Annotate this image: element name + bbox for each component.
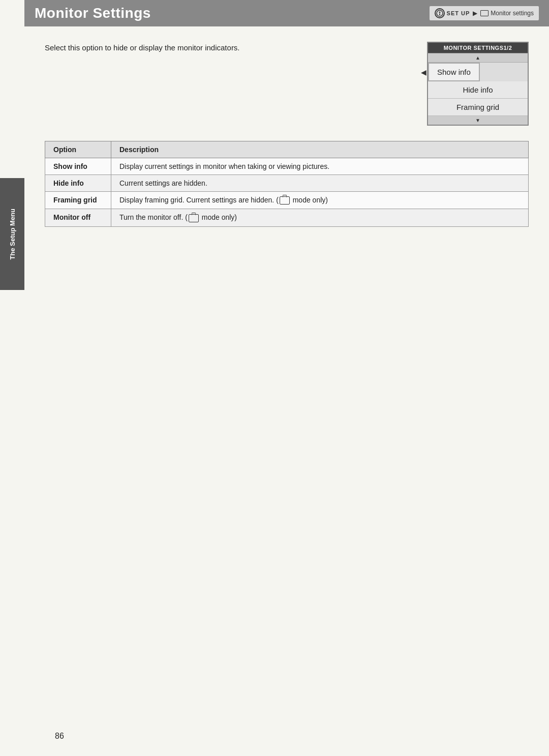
monitor-panel-arrow-down: ▼ — [428, 116, 528, 125]
options-table: Option Description Show info Display cur… — [45, 141, 529, 227]
intro-text: Select this option to hide or display th… — [45, 42, 309, 54]
breadcrumb-setup: SET UP — [435, 8, 470, 18]
content-body: Select this option to hide or display th… — [24, 42, 549, 126]
table-row: Monitor off Turn the monitor off. ( mode… — [45, 209, 529, 226]
desc-monitor-off: Turn the monitor off. ( mode only) — [111, 209, 529, 226]
monitor-panel-wrapper: MONITOR SETTINGS1/2 ▲ ◀ Show info Hide i… — [427, 42, 529, 126]
monitor-panel-item-hide[interactable]: Hide info — [428, 81, 528, 99]
setup-label: SET UP — [447, 10, 470, 16]
page-title: Monitor Settings — [35, 5, 151, 21]
option-hide-info: Hide info — [45, 175, 111, 192]
table-row: Hide info Current settings are hidden. — [45, 175, 529, 192]
option-monitor-off: Monitor off — [45, 209, 111, 226]
breadcrumb: SET UP ▶ Monitor settings — [430, 6, 539, 20]
sidebar-tab: The Setup Menu — [0, 178, 24, 290]
monitor-panel-item-show[interactable]: Show info — [428, 63, 480, 81]
camera-icon-framing — [280, 196, 290, 205]
breadcrumb-monitor: Monitor settings — [480, 10, 534, 17]
table-header-row: Option Description — [45, 141, 529, 158]
table-row: Framing grid Display framing grid. Curre… — [45, 192, 529, 209]
panel-left-arrow: ◀ — [421, 68, 426, 76]
monitor-panel-header: MONITOR SETTINGS1/2 — [428, 43, 528, 53]
breadcrumb-monitor-label: Monitor settings — [491, 10, 534, 17]
monitor-panel-arrow-up: ▲ — [428, 53, 528, 63]
desc-hide-info: Current settings are hidden. — [111, 175, 529, 192]
monitor-panel: MONITOR SETTINGS1/2 ▲ ◀ Show info Hide i… — [427, 42, 529, 126]
header-bar: Monitor Settings SET UP ▶ Monitor settin… — [24, 0, 549, 26]
option-framing-grid: Framing grid — [45, 192, 111, 209]
setup-icon — [435, 8, 445, 18]
desc-show-info: Display current settings in monitor when… — [111, 158, 529, 175]
page-number: 86 — [55, 732, 64, 741]
col-description-header: Description — [111, 141, 529, 158]
col-option-header: Option — [45, 141, 111, 158]
monitor-small-icon — [480, 10, 489, 16]
left-section: Select this option to hide or display th… — [45, 42, 407, 64]
desc-framing-grid: Display framing grid. Current settings a… — [111, 192, 529, 209]
svg-point-1 — [439, 12, 440, 13]
svg-point-0 — [437, 10, 443, 16]
sidebar-label: The Setup Menu — [9, 209, 16, 259]
camera-icon-monitor — [189, 214, 199, 222]
main-content: Monitor Settings SET UP ▶ Monitor settin… — [24, 0, 549, 756]
breadcrumb-arrow: ▶ — [473, 10, 477, 17]
svg-rect-2 — [439, 14, 440, 15]
option-show-info: Show info — [45, 158, 111, 175]
monitor-panel-item-framing[interactable]: Framing grid — [428, 99, 528, 116]
options-table-section: Option Description Show info Display cur… — [24, 141, 549, 227]
table-row: Show info Display current settings in mo… — [45, 158, 529, 175]
